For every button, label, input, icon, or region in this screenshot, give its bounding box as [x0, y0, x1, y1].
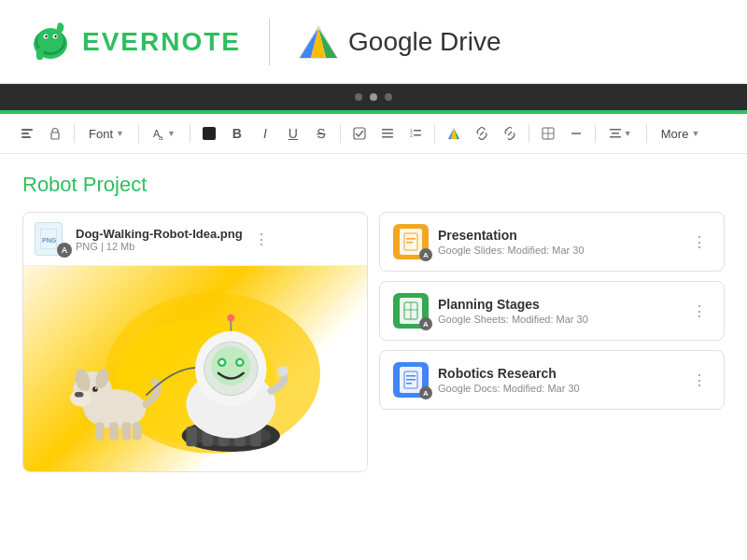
svg-rect-51 [109, 422, 119, 440]
toolbar-sep-6 [529, 124, 529, 143]
font-label: Font [89, 127, 113, 141]
toolbar-table-icon[interactable] [536, 121, 560, 146]
docs-icon: A [393, 362, 429, 398]
svg-point-5 [45, 35, 47, 36]
align-chevron-icon: ▼ [624, 129, 632, 138]
toolbar-checkbox-icon[interactable] [347, 121, 372, 146]
slides-icon: A [393, 224, 429, 259]
toolbar-sep-5 [434, 124, 435, 143]
header-divider [269, 19, 270, 65]
research-meta: Google Docs: Modified: Mar 30 [438, 383, 679, 394]
dot-1 [355, 93, 362, 101]
research-card[interactable]: A Robotics Research Google Docs: Modifie… [379, 350, 725, 410]
svg-rect-14 [21, 136, 31, 138]
page-title: Robot Project [22, 173, 725, 197]
sheets-icon: A [393, 293, 429, 329]
dot-2 [370, 93, 377, 101]
svg-rect-80 [406, 379, 416, 381]
toolbar-link-icon[interactable] [470, 121, 494, 146]
image-card-menu-button[interactable]: ⋮ [250, 227, 273, 252]
font-dropdown[interactable]: Font ▼ [81, 124, 132, 144]
svg-text:PNG: PNG [42, 237, 57, 244]
svg-point-49 [95, 387, 97, 389]
toolbar-underline-button[interactable]: U [281, 121, 305, 146]
svg-rect-52 [122, 422, 132, 440]
font-chevron-icon: ▼ [116, 129, 124, 138]
app-header: EVERNOTE Google Drive [0, 0, 747, 84]
planning-card[interactable]: A Planning Stages Google Sheets: Modifie… [379, 281, 725, 341]
laptop-bar [0, 84, 747, 110]
toolbar-italic-button[interactable]: I [253, 121, 277, 146]
svg-rect-19 [382, 129, 393, 131]
toolbar-unlink-icon[interactable] [498, 121, 522, 146]
research-menu-button[interactable]: ⋮ [688, 368, 711, 393]
toolbar-strikethrough-button[interactable]: S [309, 121, 333, 146]
research-name: Robotics Research [438, 366, 679, 381]
dot-3 [385, 93, 392, 101]
svg-rect-15 [51, 133, 59, 139]
evernote-logo: EVERNOTE [28, 20, 241, 64]
image-card-header: PNG A Dog-Walking-Robot-Idea.png PNG | 1… [23, 213, 367, 266]
evernote-badge: A [57, 243, 72, 258]
toolbar-sep-3 [190, 124, 190, 143]
planning-meta: Google Sheets: Modified: Mar 30 [438, 314, 679, 325]
svg-point-68 [237, 360, 242, 365]
presentation-menu-button[interactable]: ⋮ [688, 230, 711, 255]
toolbar-color-picker[interactable] [197, 121, 221, 146]
fontsize-dropdown[interactable]: Aa ▼ [146, 124, 183, 143]
presentation-card[interactable]: A Presentation Google Slides: Modified: … [379, 212, 725, 272]
gdrive-logo: Google Drive [298, 24, 500, 60]
toolbar-ordered-list-icon[interactable]: 1.2. [403, 121, 428, 146]
fontsize-chevron-icon: ▼ [167, 129, 176, 138]
toolbar-lock-icon[interactable] [43, 121, 67, 146]
svg-rect-37 [610, 136, 621, 138]
image-meta: PNG | 12 Mb [76, 241, 243, 252]
sheets-evernote-badge: A [419, 317, 432, 330]
slides-icon-inner [400, 229, 422, 255]
svg-text:2.: 2. [410, 133, 414, 138]
planning-info: Planning Stages Google Sheets: Modified:… [438, 297, 679, 325]
file-icon-container: PNG A [35, 222, 68, 256]
gdrive-triangle-icon [298, 24, 339, 60]
toolbar-gdrive-icon[interactable] [442, 121, 466, 146]
svg-point-47 [75, 392, 84, 398]
presentation-name: Presentation [438, 228, 679, 243]
image-filename: Dog-Walking-Robot-Idea.png [76, 227, 243, 241]
more-dropdown[interactable]: More ▼ [654, 124, 708, 144]
docs-evernote-badge: A [419, 386, 432, 399]
svg-rect-50 [95, 422, 105, 440]
svg-rect-73 [406, 238, 416, 240]
svg-point-71 [277, 366, 288, 376]
more-chevron-icon: ▼ [691, 129, 699, 138]
svg-point-64 [211, 346, 250, 385]
svg-rect-18 [354, 128, 365, 139]
image-preview [23, 266, 367, 471]
toolbar-bold-button[interactable]: B [225, 121, 249, 146]
toolbar-simplify-icon[interactable] [15, 121, 39, 146]
svg-rect-79 [406, 375, 416, 377]
toolbar-sep-2 [138, 124, 139, 143]
svg-point-48 [92, 386, 98, 392]
svg-point-6 [54, 35, 56, 36]
svg-rect-53 [133, 422, 142, 440]
svg-rect-13 [21, 133, 29, 134]
image-card-info: Dog-Walking-Robot-Idea.png PNG | 12 Mb [76, 227, 243, 252]
svg-rect-36 [612, 133, 619, 134]
docs-icon-inner [400, 367, 422, 393]
slides-evernote-badge: A [419, 248, 432, 261]
planning-menu-button[interactable]: ⋮ [688, 299, 711, 324]
toolbar-sep-8 [646, 124, 647, 143]
toolbar-sep-7 [595, 124, 596, 143]
toolbar-sep-1 [74, 124, 75, 143]
main-content: Robot Project PNG A Dog-Walking-Robot-Id… [0, 154, 747, 560]
planning-name: Planning Stages [438, 297, 679, 312]
toolbar-list-icon[interactable] [375, 121, 400, 146]
toolbar-minus-icon[interactable] [564, 121, 588, 146]
svg-rect-35 [610, 129, 621, 131]
evernote-wordmark: EVERNOTE [82, 27, 241, 57]
align-dropdown[interactable]: ▼ [602, 125, 640, 142]
evernote-elephant-icon [28, 20, 73, 64]
color-swatch [203, 127, 216, 140]
gdrive-wordmark: Google Drive [348, 27, 500, 57]
svg-rect-20 [382, 133, 393, 134]
